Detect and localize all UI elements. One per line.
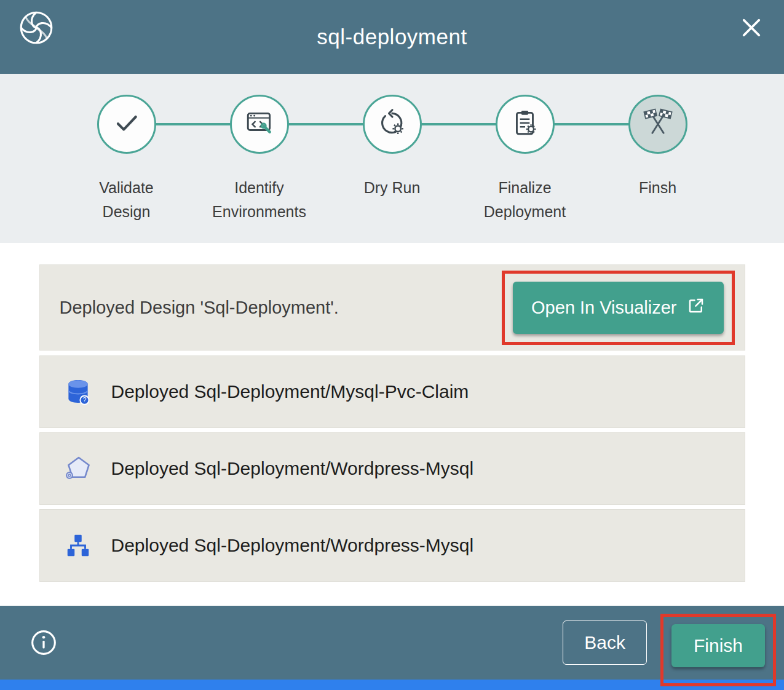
dialog-footer: Back Finish (0, 606, 784, 680)
step-circle-finalize (496, 95, 555, 154)
finish-button[interactable]: Finish (671, 624, 765, 667)
close-icon[interactable] (737, 14, 766, 42)
dry-run-icon (377, 108, 408, 141)
clipboard-gear-icon (510, 108, 540, 141)
pentagon-icon (62, 453, 94, 485)
step-identify-environments[interactable]: IdentifyEnvironments (193, 95, 326, 224)
step-dry-run[interactable]: Dry Run (326, 95, 459, 224)
wizard-stepper: ValidateDesign Identif (0, 74, 784, 243)
external-link-icon (687, 296, 705, 319)
check-icon (111, 107, 143, 141)
back-button[interactable]: Back (563, 621, 647, 665)
result-row-mysql-pvc-claim: ? Deployed Sql-Deployment/Mysql-Pvc-Clai… (39, 355, 745, 428)
dialog-header: sql-deployment (0, 0, 784, 74)
open-in-visualizer-button[interactable]: Open In Visualizer (513, 282, 723, 334)
result-row-wordpress-mysql-1: Deployed Sql-Deployment/Wordpress-Mysql (39, 432, 745, 505)
step-label-validate: ValidateDesign (99, 176, 154, 224)
step-circle-finish (628, 95, 687, 154)
svg-text:?: ? (82, 397, 86, 404)
meshery-logo-icon (17, 9, 55, 47)
result-row-text: Deployed Sql-Deployment/Wordpress-Mysql (111, 458, 474, 479)
annotation-box-visualizer: Open In Visualizer (502, 271, 734, 345)
dialog-title: sql-deployment (0, 25, 784, 49)
result-row-text: Deployed Sql-Deployment/Wordpress-Mysql (111, 535, 474, 556)
deployed-design-text: Deployed Design 'Sql-Deployment'. (60, 298, 339, 318)
step-circle-dry-run (363, 95, 422, 154)
deployed-design-row: Deployed Design 'Sql-Deployment'. Open I… (39, 264, 745, 351)
step-circle-identify (230, 95, 289, 154)
checkered-flags-icon (642, 107, 674, 141)
deployment-results: Deployed Design 'Sql-Deployment'. Open I… (0, 243, 784, 606)
annotation-box-finish: Finish (660, 614, 776, 686)
step-label-dry-run: Dry Run (364, 176, 421, 200)
step-finalize-deployment[interactable]: FinalizeDeployment (459, 95, 592, 224)
database-icon: ? (62, 376, 94, 408)
hierarchy-icon (62, 529, 94, 561)
step-label-finish: Finsh (639, 176, 676, 200)
result-row-wordpress-mysql-2: Deployed Sql-Deployment/Wordpress-Mysql (39, 509, 745, 582)
step-validate-design[interactable]: ValidateDesign (60, 95, 193, 224)
result-row-text: Deployed Sql-Deployment/Mysql-Pvc-Claim (111, 381, 469, 402)
step-label-finalize: FinalizeDeployment (484, 176, 566, 224)
info-icon[interactable] (30, 629, 58, 657)
step-circle-validate (97, 95, 156, 154)
step-label-identify: IdentifyEnvironments (212, 176, 306, 224)
step-finish[interactable]: Finsh (592, 95, 724, 224)
code-wrench-icon (244, 108, 275, 141)
